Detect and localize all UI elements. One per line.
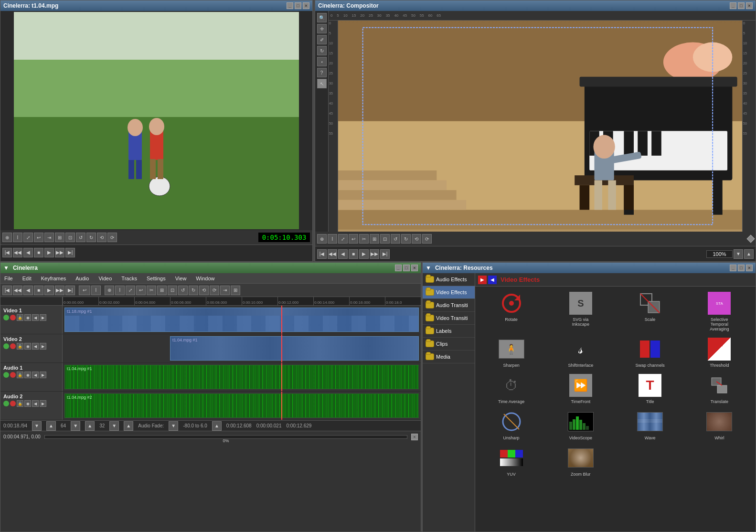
- sidebar-audio-transitions[interactable]: Audio Transiti: [423, 299, 475, 312]
- effect-svg[interactable]: S SVG via Inkscape: [546, 288, 615, 333]
- track-enable-dot-v2[interactable]: [3, 343, 9, 349]
- source-maximize-btn[interactable]: □: [295, 2, 301, 9]
- track-fwd-v1[interactable]: ▶: [40, 314, 46, 321]
- source-play[interactable]: ▶: [44, 248, 54, 257]
- tl-tb-19[interactable]: ⟲: [199, 286, 209, 295]
- source-fwd-end[interactable]: ▶|: [65, 248, 75, 257]
- comp-tool-move[interactable]: ✐: [317, 35, 327, 44]
- tl-z2-up[interactable]: ▲: [124, 421, 133, 431]
- comp-tool-magic[interactable]: ⋆: [317, 57, 327, 66]
- effect-timeaverage[interactable]: ⏱ Time Average: [477, 371, 545, 406]
- effect-swap[interactable]: Swap channels: [616, 334, 684, 370]
- effect-scale[interactable]: Scale: [616, 288, 684, 333]
- source-rewind[interactable]: ◀: [23, 248, 33, 257]
- tl-af-down[interactable]: ▼: [169, 421, 178, 431]
- effect-unsharp[interactable]: Unsharp: [477, 407, 545, 442]
- tl-tb-7[interactable]: ▶|: [65, 286, 75, 295]
- source-tb-5[interactable]: ⇥: [44, 233, 54, 242]
- track-enable-dot-v1[interactable]: [3, 315, 9, 320]
- source-tb-2[interactable]: I: [13, 233, 22, 242]
- effect-videoscope[interactable]: VideoScope: [546, 407, 615, 442]
- effect-selective[interactable]: STA Selective Temporal Averaging: [685, 288, 754, 333]
- source-tb-3[interactable]: ⤢: [23, 233, 33, 242]
- comp-tb-8[interactable]: ↺: [391, 234, 400, 244]
- compositor-minimize-btn[interactable]: _: [730, 2, 736, 9]
- menu-tracks[interactable]: Tracks: [119, 275, 139, 282]
- tl-tb-1[interactable]: |◀: [2, 286, 12, 295]
- track-lock-v2[interactable]: 🔒: [17, 343, 23, 350]
- source-tb-7[interactable]: ⊡: [65, 233, 75, 242]
- effect-title[interactable]: T Title: [616, 371, 684, 406]
- tl-tb-6[interactable]: ▶▶: [55, 286, 64, 295]
- effect-threshold[interactable]: Threshold: [685, 334, 754, 370]
- comp-tb-7[interactable]: ⊡: [380, 234, 390, 244]
- tl-tb-13[interactable]: ↩: [136, 286, 146, 295]
- track-fwd-a1[interactable]: ▶: [40, 372, 46, 378]
- track-record-dot-a1[interactable]: [10, 372, 16, 378]
- comp-tool-info[interactable]: ?: [317, 68, 327, 77]
- tl-tb-22[interactable]: ⊞: [231, 286, 240, 295]
- comp-tb-5[interactable]: ✂: [359, 234, 369, 244]
- comp-tb-6[interactable]: ⊞: [370, 234, 379, 244]
- menu-edit[interactable]: Edit: [21, 275, 33, 282]
- effect-rotate[interactable]: Rotate: [477, 288, 545, 333]
- tl-tb-18[interactable]: ↻: [189, 286, 198, 295]
- tl-z1-down[interactable]: ▼: [71, 421, 80, 431]
- menu-view[interactable]: View: [173, 275, 189, 282]
- menu-video[interactable]: Video: [96, 275, 114, 282]
- tl-tb-3[interactable]: ◀: [23, 286, 33, 295]
- effect-whirl[interactable]: Whirl: [685, 407, 754, 442]
- comp-stop[interactable]: ■: [349, 249, 358, 259]
- sidebar-clips[interactable]: Clips: [423, 338, 475, 351]
- track-lock-a1[interactable]: 🔒: [17, 372, 23, 378]
- tl-tb-14[interactable]: ✂: [147, 286, 156, 295]
- source-prev-frame[interactable]: ◀◀: [13, 248, 22, 257]
- track-record-dot-a2[interactable]: [10, 401, 16, 406]
- tl-tb-17[interactable]: ↺: [178, 286, 188, 295]
- sidebar-video-effects[interactable]: Video Effects: [423, 286, 475, 299]
- track-expand-a1[interactable]: ◉: [24, 372, 31, 378]
- track-lock-a2[interactable]: 🔒: [17, 400, 23, 407]
- timeline-maximize-btn[interactable]: □: [403, 265, 410, 271]
- track-expand-a2[interactable]: ◉: [24, 400, 31, 407]
- tl-tb-8[interactable]: ↩: [79, 286, 90, 295]
- effect-yuv[interactable]: YUV: [477, 443, 545, 479]
- track-arrow-a2[interactable]: ◀: [32, 400, 39, 407]
- effect-wave[interactable]: Wave: [616, 407, 684, 442]
- source-tb-9[interactable]: ↻: [86, 233, 96, 242]
- comp-prev-frame[interactable]: ◀◀: [328, 249, 337, 259]
- track-record-dot-v2[interactable]: [10, 343, 16, 349]
- tl-tb-12[interactable]: ⤢: [126, 286, 135, 295]
- timeline-minimize-btn[interactable]: _: [395, 265, 402, 271]
- menu-keyframes[interactable]: Keyframes: [39, 275, 68, 282]
- source-tb-4[interactable]: ↩: [34, 233, 43, 242]
- track-lock-v1[interactable]: 🔒: [17, 314, 23, 321]
- tl-tb-16[interactable]: ⊡: [168, 286, 177, 295]
- tl-tb-11[interactable]: I: [115, 286, 125, 295]
- source-tb-10[interactable]: ⟲: [97, 233, 106, 242]
- tl-tb-15[interactable]: ⊞: [157, 286, 167, 295]
- comp-tb-3[interactable]: ⤢: [338, 234, 348, 244]
- source-minimize-btn[interactable]: _: [287, 2, 293, 9]
- compositor-zoom-level[interactable]: 100%: [706, 250, 733, 258]
- resources-maximize-btn[interactable]: □: [738, 265, 745, 271]
- sidebar-audio-effects[interactable]: Audio Effects: [423, 273, 475, 286]
- comp-play[interactable]: ▶: [359, 249, 369, 259]
- track-arrow-a1[interactable]: ◀: [32, 372, 39, 378]
- compositor-maximize-btn[interactable]: □: [738, 2, 745, 9]
- sidebar-video-transitions[interactable]: Video Transiti: [423, 312, 475, 325]
- track-fwd-a2[interactable]: ▶: [40, 400, 46, 407]
- source-tb-6[interactable]: ⊞: [55, 233, 64, 242]
- comp-tb-2[interactable]: I: [328, 234, 337, 244]
- track-record-dot-v1[interactable]: [10, 315, 16, 320]
- source-tb-8[interactable]: ↺: [76, 233, 85, 242]
- effect-shiftinterlace[interactable]: 𝓈 ShiftInterlace: [546, 334, 615, 370]
- sidebar-labels[interactable]: Labels: [423, 325, 475, 338]
- compositor-close-btn[interactable]: ×: [746, 2, 753, 9]
- tl-z1-up[interactable]: ▲: [85, 421, 95, 431]
- effect-translate[interactable]: Translate: [685, 371, 754, 406]
- resources-minimize-btn[interactable]: _: [730, 265, 736, 271]
- comp-tool-cursor[interactable]: ↖: [317, 79, 327, 88]
- comp-rewind-start[interactable]: |◀: [317, 249, 327, 259]
- track-fwd-v2[interactable]: ▶: [40, 343, 46, 350]
